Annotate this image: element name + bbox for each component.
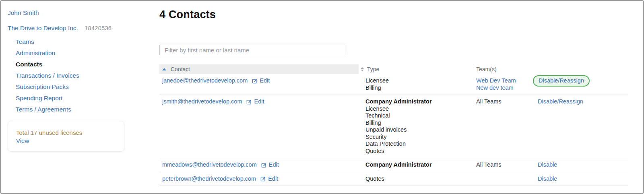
- edit-pencil-icon: [260, 176, 266, 182]
- license-total-text: Total 17 unused licenses: [16, 129, 117, 136]
- org-id: 18420536: [85, 25, 111, 31]
- type-item: Company Administrator: [365, 98, 476, 105]
- table-row: peterbrown@thedrivetodevelop.comEditQuot…: [159, 172, 628, 186]
- table-row: jsmith@thedrivetodevelop.comEditCompany …: [159, 95, 628, 158]
- team-link[interactable]: Web Dev Team: [476, 77, 535, 85]
- teams-cell: All Teams: [476, 98, 535, 105]
- contact-cell: mmeadows@thedrivetodevelop.comEdit: [159, 161, 361, 169]
- sidebar: John Smith The Drive to Develop Inc. 184…: [8, 10, 153, 152]
- edit-label: Edit: [254, 98, 264, 105]
- edit-link[interactable]: Edit: [252, 77, 270, 85]
- action-cell: Disable: [535, 175, 628, 183]
- license-card: Total 17 unused licenses View: [8, 121, 124, 152]
- contact-cell: jsmith@thedrivetodevelop.comEdit: [159, 98, 361, 105]
- action-link-disable[interactable]: Disable: [538, 161, 557, 168]
- edit-label: Edit: [269, 161, 279, 169]
- action-cell: Disable: [535, 161, 628, 169]
- contact-email-link[interactable]: peterbrown@thedrivetodevelop.com: [162, 175, 256, 183]
- action-cell: Disable/Reassign: [535, 98, 628, 105]
- sort-ascending-icon: [162, 68, 166, 70]
- team-label: All Teams: [476, 98, 535, 105]
- sidebar-user-link[interactable]: John Smith: [8, 10, 153, 16]
- sidebar-nav: TeamsAdministrationContactsTransactions …: [8, 36, 153, 115]
- action-cell: Disable/Reassign: [535, 77, 628, 87]
- team-link[interactable]: New dev team: [476, 85, 535, 92]
- type-cell: LicenseeBilling: [361, 77, 476, 91]
- edit-link[interactable]: Edit: [246, 98, 264, 105]
- column-header-contact[interactable]: Contact: [159, 64, 359, 74]
- contacts-table: Contact Type Team(s) janedoe@thedrivetod…: [159, 64, 628, 186]
- contact-email-link[interactable]: mmeadows@thedrivetodevelop.com: [162, 161, 257, 169]
- edit-label: Edit: [260, 77, 270, 85]
- app-window: John Smith The Drive to Develop Inc. 184…: [0, 0, 644, 194]
- edit-pencil-icon: [252, 78, 258, 84]
- action-link-disable-reassign[interactable]: Disable/Reassign: [539, 77, 584, 84]
- edit-pencil-icon: [246, 99, 252, 105]
- page-title: 4 Contacts: [159, 8, 628, 21]
- edit-pencil-icon: [261, 162, 267, 168]
- org-line: The Drive to Develop Inc. 18420536: [8, 25, 153, 32]
- table-row: mmeadows@thedrivetodevelop.comEditCompan…: [159, 158, 628, 172]
- type-item: Technical: [365, 112, 476, 120]
- column-label-type: Type: [367, 66, 379, 72]
- teams-cell: [476, 175, 535, 182]
- teams-cell: All Teams: [476, 161, 535, 169]
- team-label: All Teams: [476, 161, 535, 169]
- edit-link[interactable]: Edit: [261, 161, 279, 169]
- highlight-ring: Disable/Reassign: [533, 75, 590, 87]
- contact-cell: peterbrown@thedrivetodevelop.comEdit: [159, 175, 361, 183]
- type-item: Quotes: [365, 148, 476, 155]
- table-body: janedoe@thedrivetodevelop.comEditLicense…: [159, 74, 628, 186]
- column-label-teams: Team(s): [476, 66, 497, 72]
- filter-input[interactable]: [159, 45, 345, 55]
- teams-cell: Web Dev TeamNew dev team: [476, 77, 535, 91]
- type-item: Billing: [365, 120, 476, 127]
- action-link-disable[interactable]: Disable: [538, 175, 557, 182]
- type-item: Unpaid invoices: [365, 126, 476, 134]
- edit-label: Edit: [268, 175, 278, 183]
- license-view-link[interactable]: View: [16, 137, 29, 144]
- table-row: janedoe@thedrivetodevelop.comEditLicense…: [159, 74, 628, 95]
- contact-cell: janedoe@thedrivetodevelop.comEdit: [159, 77, 361, 85]
- sidebar-item-spending-report[interactable]: Spending Report: [8, 93, 153, 104]
- sort-icon: [361, 67, 364, 71]
- type-cell: Quotes: [361, 175, 476, 183]
- type-item: Company Administrator: [365, 161, 476, 169]
- column-label-contact: Contact: [171, 66, 190, 72]
- type-item: Data Protection: [365, 140, 476, 148]
- sidebar-item-terms-agreements[interactable]: Terms / Agreements: [8, 104, 153, 115]
- type-item: Quotes: [365, 175, 476, 183]
- column-header-type[interactable]: Type: [361, 66, 476, 72]
- type-item: Licensee: [365, 77, 476, 85]
- sidebar-org-link[interactable]: The Drive to Develop Inc.: [8, 25, 78, 31]
- type-cell: Company Administrator: [361, 161, 476, 169]
- contact-email-link[interactable]: janedoe@thedrivetodevelop.com: [162, 77, 248, 85]
- sidebar-item-contacts[interactable]: Contacts: [8, 59, 153, 70]
- column-header-teams: Team(s): [476, 66, 535, 72]
- table-header-row: Contact Type Team(s): [159, 64, 628, 74]
- type-item: Security: [365, 134, 476, 141]
- main-content: 4 Contacts Contact Type Team(s) janedoe@…: [159, 1, 628, 194]
- contact-email-link[interactable]: jsmith@thedrivetodevelop.com: [162, 98, 242, 105]
- type-cell: Company AdministratorLicenseeTechnicalBi…: [361, 98, 476, 155]
- type-item: Licensee: [365, 105, 476, 113]
- type-item: Billing: [365, 85, 476, 92]
- sidebar-item-transactions-invoices[interactable]: Transactions / Invoices: [8, 70, 153, 81]
- edit-link[interactable]: Edit: [260, 175, 278, 183]
- sidebar-item-subscription-packs[interactable]: Subscription Packs: [8, 81, 153, 93]
- sidebar-item-administration[interactable]: Administration: [8, 47, 153, 59]
- action-link-disable-reassign[interactable]: Disable/Reassign: [538, 98, 583, 105]
- sidebar-item-teams[interactable]: Teams: [8, 36, 153, 47]
